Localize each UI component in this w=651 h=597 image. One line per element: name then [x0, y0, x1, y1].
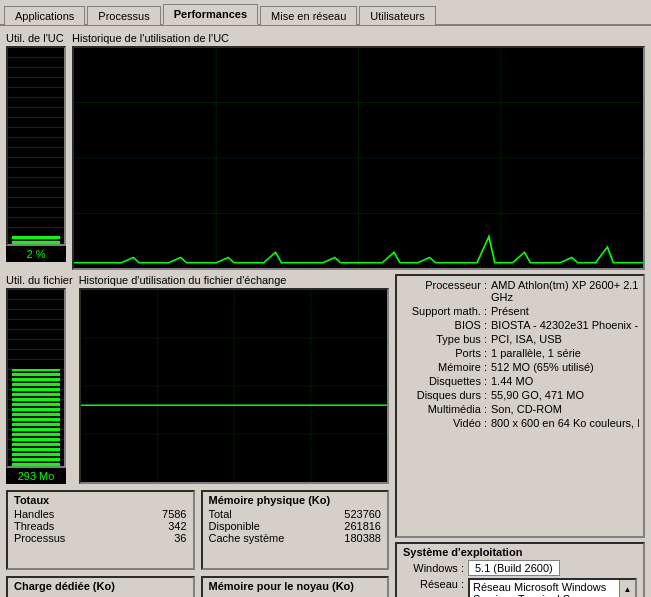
- totaux-title: Totaux: [14, 494, 187, 506]
- disquettes-value: 1.44 MO: [491, 375, 639, 387]
- cache-value: 180388: [344, 532, 381, 544]
- total-label: Total: [209, 508, 232, 520]
- processeur-row: Processeur : AMD Athlon(tm) XP 2600+ 2.1…: [401, 278, 639, 304]
- memoire-noyau-box: Mémoire pour le noyau (Ko): [201, 576, 390, 597]
- processeur-label: Processeur :: [401, 279, 491, 291]
- bottom-left: Util. du fichier 293 Mo Historique d'uti…: [6, 274, 389, 597]
- threads-row: Threads 342: [14, 520, 187, 532]
- totaux-box: Totaux Handles 7586 Threads 342 Processu…: [6, 490, 195, 570]
- disques-label: Disques durs :: [401, 389, 491, 401]
- processeur-value: AMD Athlon(tm) XP 2600+ 2.1 GHz: [491, 279, 639, 303]
- charge-dedee-box: Charge dédiée (Ko): [6, 576, 195, 597]
- threads-label: Threads: [14, 520, 54, 532]
- typebus-value: PCI, ISA, USB: [491, 333, 639, 345]
- cache-label: Cache système: [209, 532, 285, 544]
- file-meter: [6, 288, 66, 468]
- tab-processus[interactable]: Processus: [87, 6, 160, 25]
- memoire-physique-box: Mémoire physique (Ko) Total 523760 Dispo…: [201, 490, 390, 570]
- system-info-panel: Processeur : AMD Athlon(tm) XP 2600+ 2.1…: [395, 274, 645, 538]
- threads-value: 342: [168, 520, 186, 532]
- cpu-label: Util. de l'UC: [6, 32, 66, 44]
- os-title: Système d'exploitation: [403, 546, 637, 558]
- file-bar-fill: [12, 369, 60, 466]
- processus-row: Processus 36: [14, 532, 187, 544]
- tab-applications[interactable]: Applications: [4, 6, 85, 25]
- windows-value: 5.1 (Build 2600): [468, 560, 560, 576]
- processus-label: Processus: [14, 532, 65, 544]
- multimedia-row: Multimédia : Son, CD-ROM: [401, 402, 639, 416]
- support-value: Présent: [491, 305, 639, 317]
- disques-row: Disques durs : 55,90 GO, 471 MO: [401, 388, 639, 402]
- total-value: 523760: [344, 508, 381, 520]
- ports-value: 1 parallèle, 1 série: [491, 347, 639, 359]
- main-content: Util. de l'UC 2 % Historique de l'utilis…: [0, 26, 651, 595]
- reseau-label: Réseau :: [403, 578, 468, 590]
- multimedia-label: Multimédia :: [401, 403, 491, 415]
- tab-bar: Applications Processus Performances Mise…: [0, 0, 651, 26]
- handles-value: 7586: [162, 508, 186, 520]
- windows-label: Windows :: [403, 562, 468, 574]
- tab-mise-en-reseau[interactable]: Mise en réseau: [260, 6, 357, 25]
- cpu-bar-fill: [12, 236, 60, 244]
- support-label: Support math. :: [401, 305, 491, 317]
- memoire-row: Mémoire : 512 MO (65% utilisé): [401, 360, 639, 374]
- cpu-history-chart: [72, 46, 645, 270]
- file-section: Util. du fichier 293 Mo: [6, 274, 73, 484]
- memoire-physique-title: Mémoire physique (Ko): [209, 494, 382, 506]
- bios-value: BIOSTA - 42302e31 Phoenix - Awar: [491, 319, 639, 331]
- disquettes-label: Disquettes :: [401, 375, 491, 387]
- handles-row: Handles 7586: [14, 508, 187, 520]
- file-size: 293 Mo: [6, 468, 66, 484]
- reseau-value1: Réseau Microsoft Windows: [473, 581, 616, 593]
- processus-value: 36: [174, 532, 186, 544]
- dispo-value: 261816: [344, 520, 381, 532]
- charge-dedee-title: Charge dédiée (Ko): [14, 580, 187, 592]
- disques-value: 55,90 GO, 471 MO: [491, 389, 639, 401]
- handles-label: Handles: [14, 508, 54, 520]
- cpu-percentage: 2 %: [6, 246, 66, 262]
- bottom-right: Processeur : AMD Athlon(tm) XP 2600+ 2.1…: [395, 274, 645, 597]
- total-row: Total 523760: [209, 508, 382, 520]
- ports-label: Ports :: [401, 347, 491, 359]
- file-history-section: Historique d'utilisation du fichier d'éc…: [79, 274, 389, 484]
- video-row: Vidéo : 800 x 600 en 64 Ko couleurs, NVI…: [401, 416, 639, 430]
- disquettes-row: Disquettes : 1.44 MO: [401, 374, 639, 388]
- video-value: 800 x 600 en 64 Ko couleurs, NVIDI: [491, 417, 639, 429]
- file-label: Util. du fichier: [6, 274, 73, 286]
- cpu-chart-svg: [74, 48, 643, 268]
- typebus-row: Type bus : PCI, ISA, USB: [401, 332, 639, 346]
- dispo-label: Disponible: [209, 520, 260, 532]
- cpu-history-label: Historique de l'utilisation de l'UC: [72, 32, 645, 44]
- typebus-label: Type bus :: [401, 333, 491, 345]
- tab-utilisateurs[interactable]: Utilisateurs: [359, 6, 435, 25]
- windows-row: Windows : 5.1 (Build 2600): [403, 560, 637, 576]
- tab-performances[interactable]: Performances: [163, 4, 258, 25]
- file-chart-svg: [81, 290, 387, 482]
- support-row: Support math. : Présent: [401, 304, 639, 318]
- reseau-row: Réseau : Réseau Microsoft Windows Servic…: [403, 578, 637, 597]
- ports-row: Ports : 1 parallèle, 1 série: [401, 346, 639, 360]
- multimedia-value: Son, CD-ROM: [491, 403, 639, 415]
- bios-label: BIOS :: [401, 319, 491, 331]
- cache-row: Cache système 180388: [209, 532, 382, 544]
- reseau-scroll-up[interactable]: ▲: [620, 580, 635, 597]
- memoire-label: Mémoire :: [401, 361, 491, 373]
- dispo-row: Disponible 261816: [209, 520, 382, 532]
- bios-row: BIOS : BIOSTA - 42302e31 Phoenix - Awar: [401, 318, 639, 332]
- cpu-history-section: Historique de l'utilisation de l'UC: [72, 32, 645, 270]
- memoire-value: 512 MO (65% utilisé): [491, 361, 639, 373]
- cpu-section: Util. de l'UC 2 %: [6, 32, 66, 270]
- cpu-meter: [6, 46, 66, 246]
- os-section: Système d'exploitation Windows : 5.1 (Bu…: [395, 542, 645, 597]
- file-history-chart: [79, 288, 389, 484]
- reseau-value2: Services Terminal Server Microsc: [473, 593, 616, 597]
- video-label: Vidéo :: [401, 417, 491, 429]
- memoire-noyau-title: Mémoire pour le noyau (Ko): [209, 580, 382, 592]
- file-history-label: Historique d'utilisation du fichier d'éc…: [79, 274, 389, 286]
